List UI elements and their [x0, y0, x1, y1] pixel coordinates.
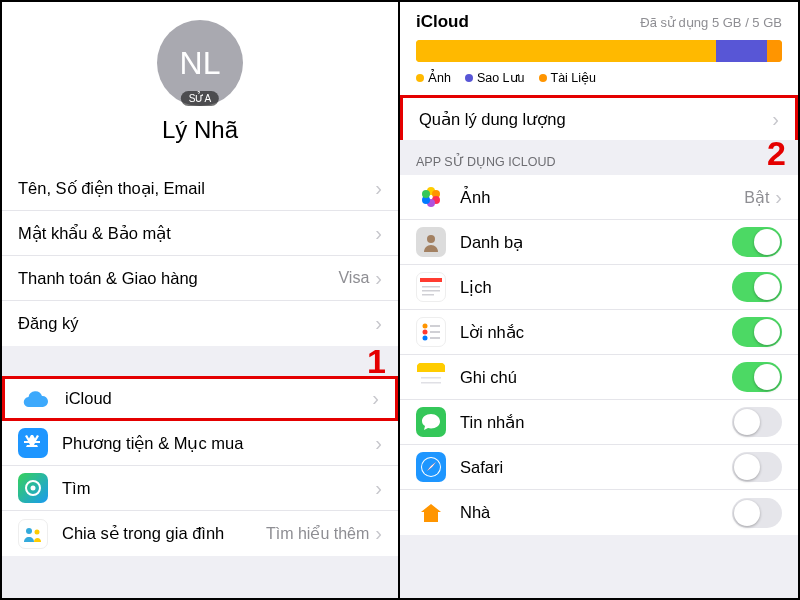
row-label: Đăng ký [18, 314, 375, 333]
dot-icon [416, 74, 424, 82]
messages-icon [416, 407, 446, 437]
row-payment-shipping[interactable]: Thanh toán & Giao hàng Visa › [2, 256, 398, 301]
row-find-my[interactable]: Tìm › [2, 466, 398, 511]
row-label: Nhà [460, 503, 732, 522]
svg-point-9 [422, 190, 430, 198]
icloud-settings-pane: iCloud Đã sử dụng 5 GB / 5 GB Ảnh Sao Lư… [400, 2, 798, 598]
app-row-photos[interactable]: Ảnh Bật › [400, 175, 798, 220]
row-label: Thanh toán & Giao hàng [18, 269, 338, 288]
row-label: Lời nhắc [460, 323, 732, 342]
appstore-icon [18, 428, 48, 458]
toggle-contacts[interactable] [732, 227, 782, 257]
chevron-right-icon: › [375, 222, 382, 245]
toggle-safari[interactable] [732, 452, 782, 482]
row-name-phone-email[interactable]: Tên, Số điện thoại, Email › [2, 166, 398, 211]
avatar-initials: NL [180, 45, 221, 82]
app-row-reminders[interactable]: Lời nhắc [400, 310, 798, 355]
row-manage-storage[interactable]: Quản lý dung lượng › [400, 95, 798, 140]
legend-item-docs: Tài Liệu [539, 70, 597, 85]
toggle-home[interactable] [732, 498, 782, 528]
section-spacer: 1 [2, 346, 398, 376]
avatar-edit-label[interactable]: SỬA [181, 91, 219, 106]
chevron-right-icon: › [775, 186, 782, 209]
family-icon [18, 519, 48, 549]
svg-rect-12 [422, 286, 440, 288]
app-row-safari[interactable]: Safari [400, 445, 798, 490]
row-label: iCloud [65, 389, 372, 408]
app-row-messages[interactable]: Tin nhắn [400, 400, 798, 445]
apps-using-icloud-header: APP SỬ DỤNG ICLOUD 2 [400, 140, 798, 175]
row-label: Mật khẩu & Bảo mật [18, 224, 375, 243]
row-label: Lịch [460, 278, 732, 297]
findmy-icon [18, 473, 48, 503]
chevron-right-icon: › [375, 312, 382, 335]
safari-icon [416, 452, 446, 482]
storage-legend: Ảnh Sao Lưu Tài Liệu [416, 62, 782, 87]
toggle-messages[interactable] [732, 407, 782, 437]
chevron-right-icon: › [375, 477, 382, 500]
legend-item-photos: Ảnh [416, 70, 451, 85]
annotation-number-2: 2 [767, 134, 786, 173]
manage-storage-group: Quản lý dung lượng › [400, 95, 798, 140]
services-group: iCloud › Phương tiện & Mục mua › Tìm › [2, 376, 398, 556]
toggle-reminders[interactable] [732, 317, 782, 347]
svg-point-3 [35, 529, 40, 534]
home-icon [416, 498, 446, 528]
screenshot-pair: NL SỬA Lý Nhã Tên, Số điện thoại, Email … [0, 0, 800, 600]
app-row-calendar[interactable]: Lịch [400, 265, 798, 310]
svg-point-2 [26, 528, 32, 534]
cloud-icon [21, 384, 51, 414]
row-label: Ảnh [460, 188, 744, 207]
svg-rect-22 [417, 372, 445, 391]
svg-rect-13 [422, 290, 440, 292]
dot-icon [539, 74, 547, 82]
profile-header: NL SỬA Lý Nhã [2, 2, 398, 166]
svg-rect-11 [420, 278, 442, 282]
row-value: Visa [338, 269, 369, 287]
photos-icon [416, 182, 446, 212]
icloud-storage-header: iCloud Đã sử dụng 5 GB / 5 GB Ảnh Sao Lư… [400, 2, 798, 95]
row-subscriptions[interactable]: Đăng ký › [2, 301, 398, 346]
row-icloud[interactable]: iCloud › [2, 376, 398, 421]
chevron-right-icon: › [772, 108, 779, 131]
toggle-calendar[interactable] [732, 272, 782, 302]
reminders-icon [416, 317, 446, 347]
icloud-title: iCloud [416, 12, 469, 32]
chevron-right-icon: › [375, 267, 382, 290]
contacts-icon [416, 227, 446, 257]
row-password-security[interactable]: Mật khẩu & Bảo mật › [2, 211, 398, 256]
row-media-purchases[interactable]: Phương tiện & Mục mua › [2, 421, 398, 466]
storage-bar-seg-backup [716, 40, 767, 62]
row-family-sharing[interactable]: Chia sẻ trong gia đình Tìm hiểu thêm › [2, 511, 398, 556]
svg-point-15 [423, 324, 428, 329]
row-label: Quản lý dung lượng [419, 110, 772, 129]
app-row-notes[interactable]: Ghi chú [400, 355, 798, 400]
toggle-notes[interactable] [732, 362, 782, 392]
app-row-home[interactable]: Nhà [400, 490, 798, 535]
profile-name: Lý Nhã [162, 116, 238, 144]
row-label: Chia sẻ trong gia đình [62, 524, 266, 543]
row-label: Phương tiện & Mục mua [62, 434, 375, 453]
svg-rect-14 [422, 294, 434, 296]
svg-rect-21 [417, 363, 445, 372]
row-label: Safari [460, 458, 732, 477]
svg-rect-20 [430, 337, 440, 339]
dot-icon [465, 74, 473, 82]
avatar[interactable]: NL SỬA [157, 20, 243, 106]
svg-point-1 [31, 486, 36, 491]
storage-bar-seg-photos [416, 40, 716, 62]
row-label: Tên, Số điện thoại, Email [18, 179, 375, 198]
svg-point-16 [423, 330, 428, 335]
notes-icon [416, 362, 446, 392]
row-label: Danh bạ [460, 233, 732, 252]
svg-rect-18 [430, 325, 440, 327]
storage-bar-seg-docs [767, 40, 782, 62]
svg-point-17 [423, 336, 428, 341]
svg-point-10 [427, 235, 435, 243]
row-value: Bật [744, 188, 769, 207]
row-value: Tìm hiểu thêm [266, 524, 369, 543]
apps-using-icloud-list: Ảnh Bật › Danh bạ Lịch [400, 175, 798, 535]
app-row-contacts[interactable]: Danh bạ [400, 220, 798, 265]
settings-apple-id-pane: NL SỬA Lý Nhã Tên, Số điện thoại, Email … [2, 2, 400, 598]
chevron-right-icon: › [375, 432, 382, 455]
